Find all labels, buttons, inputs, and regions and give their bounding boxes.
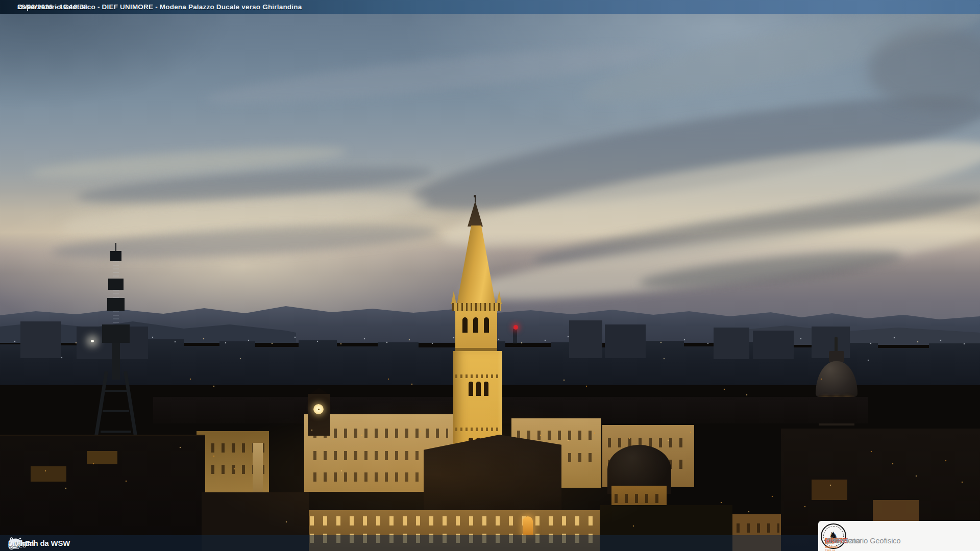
top-info-bar: 28/03/2026 - 19:10:38 | Osservatorio Geo… xyxy=(0,0,980,14)
tower-belfry xyxy=(455,311,497,351)
apartment-block xyxy=(753,331,794,359)
dark-rooftops xyxy=(0,435,205,551)
floodlight xyxy=(91,340,94,342)
clock-tower xyxy=(308,394,330,436)
apartment-block xyxy=(20,321,61,358)
dome-cap xyxy=(816,361,857,397)
tower-balustrade xyxy=(452,303,501,311)
apartment-block xyxy=(569,320,602,358)
tower-pinnacle xyxy=(468,201,483,227)
apartment-block xyxy=(605,324,646,358)
dome-lantern xyxy=(829,351,844,362)
foreground-roof xyxy=(424,435,561,519)
apartment-block xyxy=(714,328,749,359)
unimore-credit-box[interactable]: ♞ 1175 UNIMORE UNIVERSITÀ DEGLI STUDI DI… xyxy=(818,521,980,551)
tower-spire xyxy=(457,226,496,305)
lit-arch-window xyxy=(523,516,533,535)
pale-chimney xyxy=(253,443,263,494)
dome-statue xyxy=(835,337,838,352)
telecom-antenna-tower xyxy=(100,243,135,448)
location-title: Osservatorio Geofisico - DIEF UNIMORE - … xyxy=(17,3,302,11)
webcam-frame: 28/03/2026 - 19:10:38 | Osservatorio Geo… xyxy=(0,0,980,551)
